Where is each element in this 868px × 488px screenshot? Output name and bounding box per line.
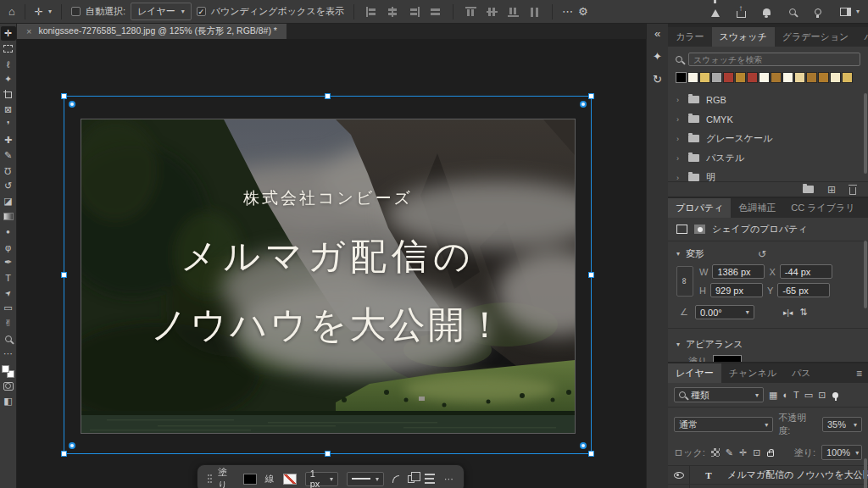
search-icon[interactable] bbox=[789, 8, 796, 15]
auto-select-dropdown[interactable]: レイヤー ▾ bbox=[131, 3, 192, 20]
mask-icon[interactable] bbox=[694, 225, 705, 234]
swatch-search-input[interactable] bbox=[688, 53, 860, 66]
swatch[interactable] bbox=[699, 72, 710, 83]
bounding-box-checkbox[interactable] bbox=[197, 7, 206, 16]
frame-tool[interactable]: ⊠ bbox=[1, 103, 16, 117]
discover-lightbulb-icon[interactable] bbox=[815, 8, 821, 15]
align-bottom-icon[interactable] bbox=[508, 7, 519, 17]
stroke-style-dropdown[interactable]: ▾ bbox=[347, 472, 384, 486]
eraser-tool[interactable]: ◪ bbox=[1, 194, 16, 208]
tab-patterns[interactable]: パターン bbox=[856, 27, 868, 47]
workspace-icon[interactable] bbox=[840, 8, 851, 16]
align-center-horizontal-icon[interactable] bbox=[387, 7, 398, 17]
corner-radius-widget-bottom-left[interactable] bbox=[69, 442, 75, 449]
canvas-area[interactable]: 株式会社コンビーズ メルマガ配信の ノウハウを大公開！ 塗り 線 1 px ▾ … bbox=[17, 39, 646, 488]
duplicate-icon[interactable] bbox=[408, 475, 415, 483]
filter-smart-objects-icon[interactable]: ⊡ bbox=[818, 390, 826, 401]
handle-bottom-left[interactable] bbox=[61, 451, 67, 457]
handle-middle-left[interactable] bbox=[61, 272, 67, 278]
quick-mask-button[interactable] bbox=[1, 379, 16, 393]
y-field[interactable]: -65 px bbox=[777, 283, 830, 297]
swatch[interactable] bbox=[818, 72, 829, 83]
notifications-bell-icon[interactable] bbox=[763, 8, 771, 15]
layer-fill-field[interactable]: 100% ▾ bbox=[821, 445, 862, 460]
move-tool-icon[interactable]: ✛ bbox=[35, 7, 43, 17]
swatch[interactable] bbox=[771, 72, 782, 83]
beta-flask-icon[interactable] bbox=[711, 9, 720, 17]
layer-row-company-text[interactable]: T 株式会社コンビーズ bbox=[668, 485, 868, 488]
move-tool[interactable]: ✛ bbox=[1, 26, 16, 41]
document-tab[interactable]: × konigssee-7276585_1280.jpg @ 125% (長方形… bbox=[17, 24, 287, 39]
color-control[interactable] bbox=[2, 365, 14, 378]
gradient-tool[interactable] bbox=[1, 209, 16, 224]
tab-adjustments[interactable]: 色調補正 bbox=[731, 198, 783, 218]
filter-type-layers-icon[interactable]: T bbox=[793, 390, 799, 400]
lock-pixels-icon[interactable]: ✎ bbox=[726, 447, 733, 458]
swatch[interactable] bbox=[687, 72, 698, 83]
handle-top-center[interactable] bbox=[325, 93, 331, 99]
home-icon[interactable]: ⌂ bbox=[8, 6, 15, 17]
drag-grip-icon[interactable] bbox=[208, 474, 209, 476]
edit-toolbar-button[interactable]: ⋯ bbox=[1, 347, 16, 361]
align-top-icon[interactable] bbox=[465, 7, 476, 17]
type-tool[interactable]: T bbox=[1, 270, 16, 285]
tab-color[interactable]: カラー bbox=[668, 27, 712, 47]
flip-horizontal-icon[interactable]: ▸|◂ bbox=[783, 308, 793, 317]
distribute-horizontal-icon[interactable] bbox=[430, 7, 441, 17]
quick-selection-tool[interactable]: ✦ bbox=[1, 72, 16, 86]
swatch[interactable] bbox=[735, 72, 746, 83]
align-right-icon[interactable] bbox=[409, 7, 420, 17]
share-icon[interactable] bbox=[737, 11, 746, 18]
lasso-tool[interactable]: ℓ bbox=[1, 57, 16, 71]
chevron-down-icon[interactable]: ▾ bbox=[856, 8, 860, 15]
tab-layers[interactable]: レイヤー bbox=[668, 363, 721, 383]
chevron-down-icon[interactable]: ▾ bbox=[48, 8, 52, 15]
shape-fill-swatch[interactable] bbox=[243, 474, 257, 485]
swatch[interactable] bbox=[759, 72, 770, 83]
align-middle-icon[interactable] bbox=[487, 7, 498, 17]
angle-field[interactable]: 0.00° ▾ bbox=[695, 305, 754, 319]
quick-actions-panel-icon[interactable]: ✦ bbox=[653, 50, 662, 63]
tab-paths[interactable]: パス bbox=[784, 363, 819, 383]
lock-all-icon[interactable] bbox=[767, 452, 774, 457]
eyedropper-tool[interactable]: ❜ bbox=[1, 118, 16, 132]
scrollbar[interactable] bbox=[864, 93, 867, 174]
blur-tool[interactable]: ● bbox=[1, 225, 16, 239]
filter-pixel-layers-icon[interactable]: ▦ bbox=[769, 390, 777, 401]
reset-transform-icon[interactable]: ↺ bbox=[758, 248, 766, 260]
distribute-vertical-icon[interactable] bbox=[529, 7, 540, 17]
delete-trash-icon[interactable] bbox=[849, 187, 856, 195]
swatch[interactable] bbox=[842, 72, 853, 83]
expand-panels-icon[interactable]: « bbox=[654, 27, 660, 40]
tab-gradients[interactable]: グラデーション bbox=[775, 27, 857, 47]
marquee-tool[interactable] bbox=[1, 42, 16, 56]
panel-menu-icon[interactable]: ≡ bbox=[863, 198, 868, 218]
handle-top-left[interactable] bbox=[61, 93, 67, 99]
stroke-width-field[interactable]: 1 px ▾ bbox=[305, 472, 338, 486]
scrollbar[interactable] bbox=[864, 241, 867, 308]
history-panel-icon[interactable]: ↻ bbox=[653, 73, 662, 86]
height-field[interactable]: 929 px bbox=[710, 283, 763, 297]
tab-cc-libraries[interactable]: CC ライブラリ bbox=[783, 198, 862, 218]
dodge-tool[interactable]: φ bbox=[1, 240, 16, 254]
settings-sliders-icon[interactable] bbox=[425, 478, 434, 480]
handle-bottom-right[interactable] bbox=[588, 451, 594, 457]
auto-select-checkbox[interactable] bbox=[71, 7, 81, 16]
lock-transparency-icon[interactable] bbox=[711, 448, 720, 457]
corner-radius-widget-top-right[interactable] bbox=[580, 101, 587, 108]
visibility-toggle[interactable] bbox=[668, 485, 690, 488]
tab-channels[interactable]: チャンネル bbox=[721, 363, 784, 383]
panel-menu-icon[interactable]: ≡ bbox=[850, 363, 868, 383]
more-options-icon[interactable]: ⋯ bbox=[562, 6, 573, 17]
handle-middle-right[interactable] bbox=[588, 272, 594, 278]
swatch[interactable] bbox=[723, 72, 734, 83]
corner-radius-widget-top-left[interactable] bbox=[69, 101, 75, 108]
foreground-color-swatch[interactable] bbox=[2, 365, 9, 373]
swatch[interactable] bbox=[676, 72, 687, 83]
history-brush-tool[interactable]: ↺ bbox=[1, 179, 16, 193]
lock-artboard-icon[interactable]: ⊡ bbox=[753, 447, 760, 458]
swatch[interactable] bbox=[794, 72, 805, 83]
x-field[interactable]: -44 px bbox=[780, 264, 832, 279]
swatch[interactable] bbox=[806, 72, 817, 83]
layer-row-headline-text[interactable]: T メルマガ配信の ノウハウを大公開！ bbox=[668, 466, 868, 485]
